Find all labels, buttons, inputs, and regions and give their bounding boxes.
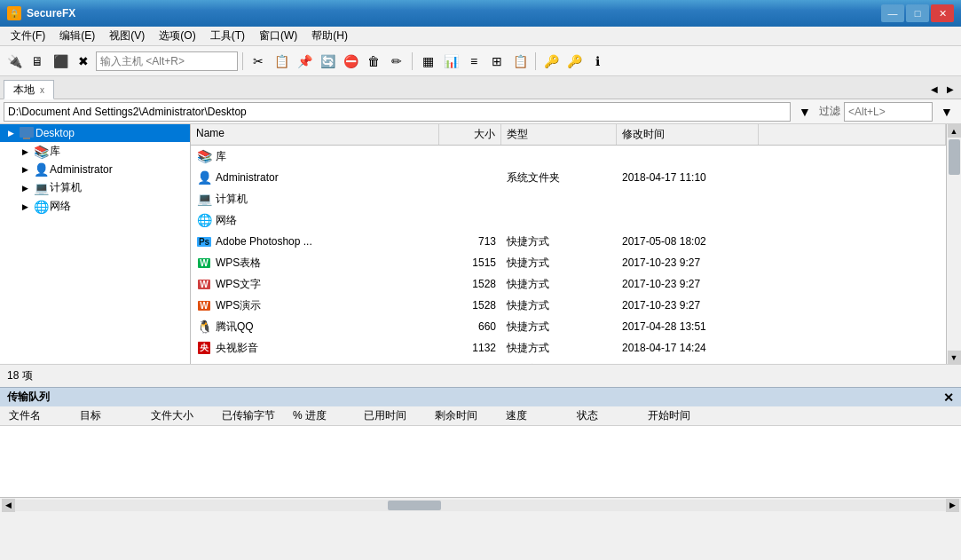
local-tab[interactable]: 本地 x: [4, 80, 54, 99]
vertical-scrollbar[interactable]: ▲ ▼: [946, 124, 961, 364]
copy-button[interactable]: 📋: [271, 51, 292, 72]
file-row[interactable]: Ps Adobe Photoshop ... 713 快捷方式 2017-05-…: [191, 231, 946, 252]
sidebar-item-administrator[interactable]: ▶ 👤 Administrator: [0, 161, 190, 178]
scroll-down-button[interactable]: ▼: [948, 351, 961, 364]
info-button[interactable]: ℹ: [587, 51, 608, 72]
expander-desktop[interactable]: ▶: [4, 129, 18, 138]
file-type: 快捷方式: [501, 254, 617, 272]
toolbar: 🔌 🖥 ⬛ ✖ ✂ 📋 📌 🔄 ⛔ 🗑 ✏ ▦ 📊 ≡ ⊞ 📋 🔑 🔑 ℹ: [0, 46, 961, 76]
sidebar-item-computer[interactable]: ▶ 💻 计算机: [0, 178, 190, 197]
close-button[interactable]: ✕: [931, 4, 954, 22]
rename-button[interactable]: ✏: [386, 51, 407, 72]
menu-tools[interactable]: 工具(T): [203, 27, 252, 45]
transfer-col-filesize: 文件大小: [146, 408, 217, 423]
sync-button[interactable]: 🔑: [540, 51, 562, 72]
scroll-right-button[interactable]: ▶: [946, 499, 959, 512]
file-size: 713: [439, 233, 501, 249]
file-type: 快捷方式: [501, 296, 617, 315]
file-count: 18 项: [7, 368, 33, 383]
address-dropdown-button[interactable]: ▼: [794, 101, 815, 122]
menu-file[interactable]: 文件(F): [4, 27, 52, 45]
header-name[interactable]: Name: [191, 124, 439, 145]
file-name-cell: 📚 库: [191, 146, 439, 166]
file-icon: 央: [196, 340, 212, 356]
file-list-header: Name 大小 类型 修改时间: [191, 124, 946, 146]
delete-button[interactable]: 🗑: [363, 51, 384, 72]
tab-next-arrow[interactable]: ▶: [943, 79, 957, 99]
sidebar-item-desktop[interactable]: ▶ Desktop: [0, 124, 190, 142]
file-icon: 👤: [196, 170, 212, 185]
transfer-col-transferred: 已传输字节: [217, 408, 288, 423]
menu-options[interactable]: 选项(O): [152, 27, 202, 45]
filter-input[interactable]: [844, 102, 933, 122]
file-name: WPS演示: [216, 298, 261, 313]
paste-button[interactable]: 📌: [294, 51, 315, 72]
scroll-track: [947, 138, 961, 351]
view-btn-5[interactable]: 📋: [509, 51, 531, 72]
sidebar-label-network: 网络: [50, 199, 71, 214]
file-name-cell: 👤 Administrator: [191, 168, 439, 187]
address-input[interactable]: [4, 102, 791, 122]
cut-button[interactable]: ✂: [248, 51, 269, 72]
horizontal-scrollbar[interactable]: ◀ ▶: [0, 497, 961, 512]
file-row[interactable]: 💻 计算机: [191, 188, 946, 209]
minimize-button[interactable]: —: [881, 4, 904, 22]
toolbar-btn-2[interactable]: 🖥: [27, 51, 48, 72]
file-row[interactable]: 央 央视影音 1132 快捷方式 2018-04-17 14:24: [191, 337, 946, 359]
library-icon: 📚: [34, 145, 48, 159]
expander-network[interactable]: ▶: [18, 202, 32, 211]
file-icon: Ps: [196, 233, 212, 249]
file-extra: [759, 282, 946, 286]
file-name: 影子系统PowerShad...: [216, 362, 322, 365]
sidebar-item-network[interactable]: ▶ 🌐 网络: [0, 197, 190, 216]
h-scroll-thumb[interactable]: [388, 501, 441, 510]
file-row[interactable]: W WPS演示 1528 快捷方式 2017-10-23 9:27: [191, 295, 946, 316]
scroll-up-button[interactable]: ▲: [948, 124, 961, 138]
menu-view[interactable]: 视图(V): [102, 27, 152, 45]
transfer-col-filename: 文件名: [4, 408, 75, 423]
file-row[interactable]: 📚 库: [191, 146, 946, 167]
view-btn-1[interactable]: ▦: [417, 51, 438, 72]
file-extra: [759, 346, 946, 350]
file-row[interactable]: W WPS表格 1515 快捷方式 2017-10-23 9:27: [191, 252, 946, 273]
toolbar-btn-4[interactable]: ✖: [73, 51, 94, 72]
refresh-button[interactable]: 🔄: [317, 51, 338, 72]
filter-dropdown-button[interactable]: ▼: [936, 101, 957, 122]
header-type[interactable]: 类型: [501, 124, 617, 145]
maximize-button[interactable]: □: [906, 4, 929, 22]
scroll-left-button[interactable]: ◀: [2, 499, 15, 512]
menu-edit[interactable]: 编辑(E): [52, 27, 102, 45]
file-name-cell: 🖥 影子系统PowerShad...: [191, 359, 439, 364]
expander-computer[interactable]: ▶: [18, 184, 32, 193]
toolbar-btn-1[interactable]: 🔌: [4, 51, 25, 72]
file-row[interactable]: 🌐 网络: [191, 209, 946, 231]
expander-library[interactable]: ▶: [18, 147, 32, 156]
header-size[interactable]: 大小: [439, 124, 501, 145]
view-btn-2[interactable]: 📊: [440, 51, 461, 72]
tab-prev-arrow[interactable]: ◀: [927, 79, 941, 99]
view-btn-3[interactable]: ≡: [463, 51, 484, 72]
menu-window[interactable]: 窗口(W): [252, 27, 304, 45]
header-modified[interactable]: 修改时间: [617, 124, 759, 145]
tab-bar: 本地 x ◀ ▶: [0, 76, 961, 99]
tab-close-button[interactable]: x: [40, 85, 44, 95]
transfer-col-status: 状态: [571, 408, 642, 423]
file-modified: 2017-10-23 9:27: [617, 255, 759, 271]
file-name: 网络: [216, 213, 237, 228]
file-row[interactable]: W WPS文字 1528 快捷方式 2017-10-23 9:27: [191, 273, 946, 295]
file-row[interactable]: 🖥 影子系统PowerShad... 1953 快捷方式 2017-05-03 …: [191, 359, 946, 364]
file-row[interactable]: 🐧 腾讯QQ 660 快捷方式 2017-04-28 13:51: [191, 316, 946, 337]
sidebar-item-library[interactable]: ▶ 📚 库: [0, 142, 190, 161]
file-modified: 2017-10-23 9:27: [617, 297, 759, 313]
host-input[interactable]: [96, 51, 238, 71]
file-row[interactable]: 👤 Administrator 系统文件夹 2018-04-17 11:10: [191, 167, 946, 188]
menu-help[interactable]: 帮助(H): [304, 27, 355, 45]
key-button[interactable]: 🔑: [563, 51, 585, 72]
view-btn-4[interactable]: ⊞: [486, 51, 508, 72]
stop-button[interactable]: ⛔: [340, 51, 361, 72]
toolbar-btn-3[interactable]: ⬛: [50, 51, 71, 72]
transfer-queue-close-button[interactable]: ✕: [943, 390, 954, 405]
scroll-thumb[interactable]: [949, 139, 960, 175]
expander-admin[interactable]: ▶: [18, 165, 32, 174]
file-size: 1528: [439, 276, 501, 292]
